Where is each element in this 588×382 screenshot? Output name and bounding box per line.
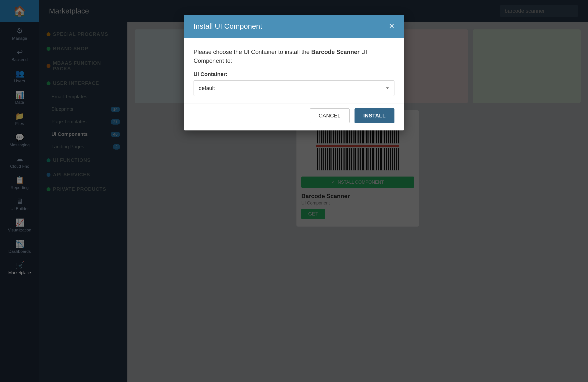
container-select[interactable]: default [193,80,395,96]
dialog-description: Please choose the UI Container to instal… [193,47,395,65]
dialog-close-button[interactable]: ✕ [389,23,395,30]
component-name-bold: Barcode Scanner [311,48,359,55]
modal-overlay: Install UI Component ✕ Please choose the… [0,0,588,382]
install-dialog: Install UI Component ✕ Please choose the… [184,15,404,131]
container-label: UI Container: [193,71,395,77]
dialog-footer: CANCEL INSTALL [184,103,404,131]
dialog-header: Install UI Component ✕ [184,15,404,38]
dialog-title: Install UI Component [193,22,262,30]
cancel-button[interactable]: CANCEL [310,108,350,123]
install-button[interactable]: INSTALL [355,108,395,123]
dialog-body: Please choose the UI Container to instal… [184,38,404,103]
description-prefix: Please choose the UI Container to instal… [193,48,311,55]
